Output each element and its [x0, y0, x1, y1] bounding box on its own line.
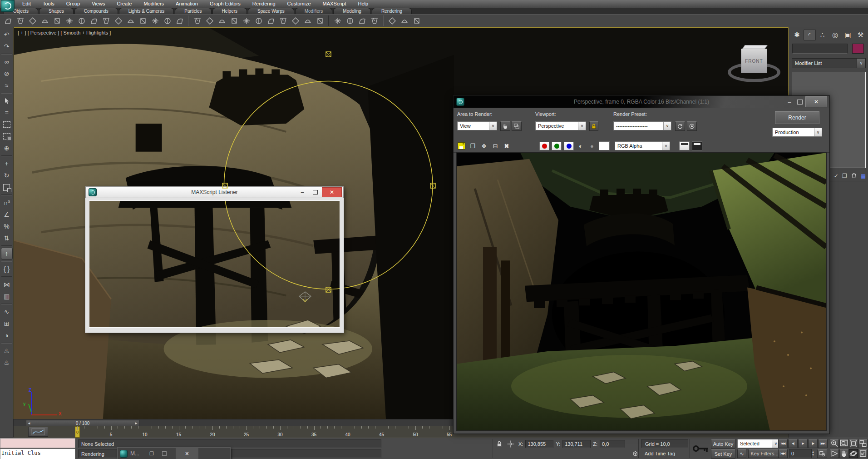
modifier-preset-icon-33[interactable] [411, 15, 422, 26]
mirror-icon[interactable]: ⋈ [1, 279, 13, 290]
gizmo-handle-left[interactable] [222, 182, 228, 188]
red-channel-icon[interactable] [539, 142, 549, 150]
modifier-preset-icon-3[interactable] [27, 15, 38, 26]
key-mode-toggle[interactable]: |◀▶| [778, 449, 788, 458]
gizmo-handle-top[interactable] [326, 51, 331, 57]
curve-editor-icon[interactable]: ∿ [1, 306, 13, 318]
menu-graph-editors[interactable]: Graph Editors [204, 0, 247, 8]
menu-group[interactable]: Group [60, 0, 86, 8]
modifier-preset-icon-15[interactable] [174, 15, 185, 26]
auto-key-button[interactable]: Auto Key [711, 439, 735, 449]
render-title-bar[interactable]: Perspective, frame 0, RGBA Color 16 Bits… [454, 96, 829, 108]
time-slider-handle[interactable]: ◄ 0 / 100 ► [26, 420, 139, 426]
modifier-preset-icon-19[interactable] [228, 15, 240, 26]
modifier-preset-icon-13[interactable] [149, 15, 161, 26]
copy-image-icon[interactable]: ❐ [468, 141, 477, 150]
tab-rendering[interactable]: Rendering [372, 8, 412, 14]
modifier-preset-icon-27[interactable] [332, 15, 343, 26]
rectangular-selection-region-icon[interactable] [1, 119, 13, 130]
clone-rendered-frame-icon[interactable]: ❖ [479, 141, 488, 150]
tab-display[interactable]: ▣ [842, 29, 854, 41]
menu-tools[interactable]: Tools [37, 0, 60, 8]
modifier-preset-icon-16[interactable] [192, 15, 203, 26]
pan-view-button[interactable] [839, 449, 848, 458]
bind-to-space-warp-icon[interactable]: ≈ [1, 80, 13, 91]
menu-help[interactable]: Help [352, 0, 375, 8]
object-name-field[interactable] [792, 44, 848, 54]
select-and-link-icon[interactable]: ∞ [1, 56, 13, 68]
color-swatch[interactable] [599, 141, 610, 150]
edit-region-button[interactable] [500, 121, 510, 131]
viewcube-front-face[interactable]: FRONT [741, 49, 767, 73]
select-and-scale-icon[interactable] [1, 181, 13, 193]
zoom-all-button[interactable] [839, 439, 848, 448]
render-target-dropdown[interactable]: Production∨ [772, 128, 822, 137]
time-configuration-button[interactable] [817, 449, 827, 458]
undo-icon[interactable]: ↶ [1, 29, 13, 40]
print-image-icon[interactable]: ⊟ [491, 141, 500, 150]
viewport-dropdown[interactable]: Perspective∨ [535, 121, 586, 130]
modifier-preset-icon-12[interactable] [137, 15, 148, 26]
clear-icon[interactable]: ✖ [502, 141, 511, 150]
modifier-preset-icon-5[interactable] [51, 15, 63, 26]
modifier-preset-icon-6[interactable] [64, 15, 75, 26]
modifier-preset-icon-2[interactable] [15, 15, 26, 26]
viewport-label[interactable]: [ + ] [ Perspective ] [ Smooth + Highlig… [18, 30, 111, 35]
maximize-window-button[interactable] [162, 451, 167, 456]
field-of-view-button[interactable] [830, 449, 839, 458]
render-minimize-button[interactable]: – [784, 99, 794, 105]
current-frame-field[interactable]: 0 [789, 449, 812, 458]
render-maximize-button[interactable] [797, 100, 803, 105]
modifier-preset-icon-30[interactable] [369, 15, 380, 26]
render-close-button[interactable]: ✕ [805, 96, 827, 107]
zoom-extents-button[interactable] [849, 439, 858, 448]
frame-forward-arrow[interactable]: ► [133, 421, 139, 425]
modifier-preset-icon-32[interactable] [399, 15, 410, 26]
menu-maxscript[interactable]: MAXScript [317, 0, 352, 8]
go-to-start-button[interactable]: |◀◀ [778, 439, 788, 448]
menu-views[interactable]: Views [86, 0, 111, 8]
gizmo-handle-bottom[interactable] [326, 286, 331, 292]
modifier-preset-icon-18[interactable] [216, 15, 227, 26]
render-setup-button[interactable] [675, 121, 685, 131]
modifier-preset-icon-28[interactable] [344, 15, 355, 26]
percent-snap-icon[interactable]: % [1, 220, 13, 232]
modifier-list-dropdown[interactable]: Modifier List ∨ [792, 58, 866, 68]
layout-a-icon[interactable] [679, 141, 690, 150]
modifier-preset-icon-11[interactable] [125, 15, 136, 26]
orbit-button[interactable] [849, 449, 858, 458]
open-mini-curve-editor-button[interactable] [28, 427, 48, 437]
menu-animation[interactable]: Animation [170, 0, 204, 8]
schematic-view-icon[interactable]: ⊞ [1, 318, 13, 329]
modifier-preset-icon-25[interactable] [302, 15, 313, 26]
z-coordinate-field[interactable]: 0,0 [600, 440, 625, 448]
snap-toggle-3d-icon[interactable]: ∩³ [1, 197, 13, 209]
save-image-icon[interactable] [457, 141, 466, 150]
named-selection-sets-icon[interactable]: { } [1, 263, 13, 275]
green-channel-icon[interactable] [552, 142, 562, 150]
redo-icon[interactable]: ↷ [1, 40, 13, 52]
channel-display-dropdown[interactable]: RGB Alpha∨ [615, 141, 670, 150]
frame-spinner[interactable]: ▲▼ [812, 449, 816, 458]
render-setup-icon[interactable]: ♨ [1, 345, 13, 357]
modifier-preset-icon-26[interactable] [314, 15, 326, 26]
x-coordinate-field[interactable]: 130,855 [525, 440, 553, 448]
modifier-preset-icon-1[interactable] [2, 15, 14, 26]
modifier-preset-icon-14[interactable] [162, 15, 173, 26]
listener-close-button[interactable]: ✕ [322, 187, 342, 197]
material-editor-icon[interactable]: ◑ [1, 329, 13, 341]
modifier-preset-icon-8[interactable] [88, 15, 99, 26]
auto-region-button[interactable] [512, 121, 522, 131]
key-filters-button[interactable]: Key Filters... [748, 449, 781, 458]
tab-create[interactable]: ✱ [791, 29, 803, 41]
select-and-rotate-icon[interactable]: ↻ [1, 170, 13, 181]
go-to-end-button[interactable]: ▶▶| [818, 439, 828, 448]
modifier-preset-icon-31[interactable] [386, 15, 398, 26]
show-end-result-icon[interactable]: ✓ [834, 173, 838, 179]
select-and-manipulate-icon[interactable]: ⊕ [1, 142, 13, 154]
render-button[interactable]: Render [775, 111, 819, 124]
modifier-preset-icon-7[interactable] [76, 15, 87, 26]
listener-text-area[interactable] [85, 198, 344, 333]
tab-modifiers[interactable]: Modifiers [295, 8, 333, 14]
tab-space-warps[interactable]: Space Warps [248, 8, 294, 14]
